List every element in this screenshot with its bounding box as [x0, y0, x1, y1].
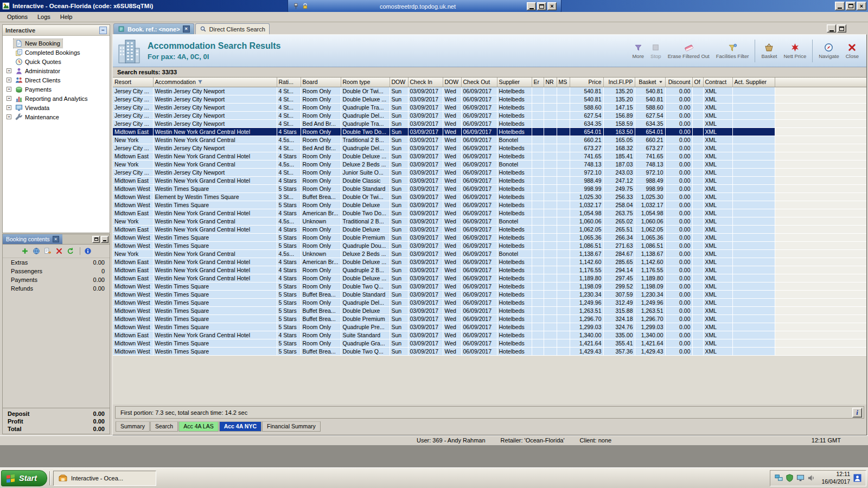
expander-plus-icon[interactable]: + — [7, 114, 11, 119]
expander-plus-icon[interactable]: + — [7, 96, 11, 101]
result-row[interactable]: Midtown WestWestin Times Square5 StarsRo… — [113, 233, 866, 241]
result-row[interactable]: Jersey City ...Westin Jersey City Newpor… — [113, 168, 866, 176]
result-row[interactable]: Midtown EastWestin New York Grand Centra… — [113, 331, 866, 339]
pin-icon[interactable] — [292, 3, 299, 10]
column-act-supplier[interactable]: Act. Supplier — [732, 78, 775, 87]
booking-minimize-button[interactable] — [101, 236, 108, 243]
booking-row-refunds[interactable]: Refunds0.00 — [3, 284, 110, 293]
result-row[interactable]: Midtown WestWestin Times Square5 StarsBu… — [113, 347, 866, 355]
view-tab-acc-4a-nyc[interactable]: Acc 4A NYC — [219, 421, 261, 432]
column-room-type[interactable]: Room type — [341, 78, 390, 87]
view-tab-summary[interactable]: Summary — [116, 421, 150, 432]
sidebar-item-reporting-and-analytics[interactable]: +Reporting and Analytics — [3, 94, 110, 103]
column-supplier[interactable]: Supplier — [497, 78, 532, 87]
result-row[interactable]: Jersey City ...Westin Jersey City Newpor… — [113, 87, 866, 95]
expander-plus-icon[interactable]: + — [7, 87, 11, 92]
stop-button[interactable]: Stop — [647, 41, 665, 61]
result-row[interactable]: Midtown WestWestin Times Square5 StarsBu… — [113, 290, 866, 298]
navigate-button[interactable]: Navigate — [815, 41, 843, 61]
view-tab-search[interactable]: Search — [150, 421, 178, 432]
basket-button[interactable]: Basket — [758, 41, 780, 61]
taskbar-clock[interactable]: 12:11 16/04/2017 — [821, 471, 850, 485]
column-check-in[interactable]: Check In — [408, 78, 443, 87]
rdp-close-button[interactable]: × — [547, 2, 557, 10]
close-button[interactable]: Close — [843, 41, 862, 61]
mdi-minimize-button[interactable] — [827, 24, 836, 33]
view-tab-financial-summary[interactable]: Financial Summary — [262, 421, 321, 432]
menu-help[interactable]: Help — [55, 12, 78, 21]
nett-price-button[interactable]: Nett Price — [780, 41, 809, 61]
view-tab-acc-4a-las[interactable]: Acc 4A LAS — [178, 421, 218, 432]
sidebar-item-viewdata[interactable]: +Viewdata — [3, 103, 110, 112]
result-row[interactable]: Midtown WestWestin Times Square5 StarsRo… — [113, 184, 866, 192]
result-row[interactable]: New YorkWestin New York Grand Central4.5… — [113, 249, 866, 258]
facilities-filter-button[interactable]: Facilities Filter — [713, 41, 752, 61]
column-of[interactable]: Of — [692, 78, 703, 87]
booking-row-payments[interactable]: Payments0.00 — [3, 275, 110, 284]
sidebar-item-direct-clients[interactable]: +Direct Clients — [3, 75, 110, 85]
expander-plus-icon[interactable]: + — [7, 105, 11, 110]
refresh-button[interactable] — [67, 247, 74, 255]
sidebar-item-payments[interactable]: +Payments — [3, 85, 110, 94]
result-row[interactable]: Jersey City ...Westin Jersey City Newpor… — [113, 95, 866, 103]
result-row[interactable]: Jersey City ...Westin Jersey City Newpor… — [113, 103, 866, 111]
result-row[interactable]: Midtown EastWestin New York Grand Centra… — [113, 274, 866, 282]
booking-restore-button[interactable] — [92, 236, 100, 243]
display-icon[interactable] — [796, 474, 805, 482]
booking-row-extras[interactable]: Extras0.00 — [3, 258, 110, 267]
sidebar-item-administrator[interactable]: +Administrator — [3, 66, 110, 75]
info-button[interactable] — [80, 247, 92, 255]
result-row[interactable]: Jersey City ...Westin Jersey City Newpor… — [113, 144, 866, 152]
result-row[interactable]: Jersey City ...Westin Jersey City Newpor… — [113, 111, 866, 119]
result-row[interactable]: New YorkWestin New York Grand Central4.5… — [113, 217, 866, 225]
collapse-panel-button[interactable]: − — [99, 27, 107, 34]
column-dow[interactable]: DOW — [390, 78, 408, 87]
column-dow[interactable]: DOW — [443, 78, 461, 87]
start-button[interactable]: Start — [1, 470, 47, 486]
column-incl-fl-pp[interactable]: Incl.Fl.PP — [603, 78, 635, 87]
result-row[interactable]: Midtown EastWestin New York Grand Centra… — [113, 258, 866, 266]
info-panel-button[interactable]: i — [852, 408, 862, 418]
result-row[interactable]: Midtown WestWestin Times Square5 StarsRo… — [113, 241, 866, 249]
result-row[interactable]: Midtown EastWestin New York Grand Centra… — [113, 152, 866, 160]
column-er[interactable]: Er — [532, 78, 544, 87]
menu-logs[interactable]: Logs — [33, 12, 55, 21]
column-rati[interactable]: Rati... — [277, 78, 301, 87]
result-row[interactable]: Jersey City ...Westin Jersey City Newpor… — [113, 119, 866, 127]
result-row[interactable]: Midtown EastWestin New York Grand Centra… — [113, 225, 866, 233]
mdi-restore-button[interactable] — [837, 24, 846, 33]
result-row[interactable]: Midtown WestElement by Westin Times Squa… — [113, 192, 866, 201]
expander-plus-icon[interactable]: + — [7, 68, 11, 73]
column-price[interactable]: Price — [570, 78, 603, 87]
web-button[interactable] — [33, 247, 40, 255]
taskbar-task-button[interactable]: Interactive - Ocea... — [53, 471, 156, 486]
sidebar-item-completed-bookings[interactable]: Completed Bookings — [3, 48, 110, 57]
result-row[interactable]: Midtown WestWestin Times Square5 StarsRo… — [113, 323, 866, 331]
minimize-button[interactable] — [835, 2, 845, 10]
column-ms[interactable]: MS — [557, 78, 570, 87]
column-board[interactable]: Board — [301, 78, 341, 87]
column-discount[interactable]: Discount — [665, 78, 692, 87]
tab-book-ref-none[interactable]: Book. ref.: <none>× — [113, 23, 194, 34]
more-button[interactable]: More — [629, 41, 647, 61]
rdp-restore-button[interactable] — [537, 2, 546, 10]
maximize-button[interactable] — [846, 2, 856, 10]
sidebar-item-new-booking[interactable]: New Booking — [3, 38, 110, 48]
result-row[interactable]: Midtown WestWestin Times Square5 StarsBu… — [113, 314, 866, 323]
column-check-out[interactable]: Check Out — [461, 78, 497, 87]
result-row[interactable]: Midtown EastWestin New York Grand Centra… — [113, 266, 866, 274]
result-row[interactable]: Midtown WestWestin Times Square5 StarsBu… — [113, 306, 866, 314]
result-row[interactable]: Midtown EastWestin New York Grand Centra… — [113, 176, 866, 184]
result-row[interactable]: Midtown WestWestin Times Square5 StarsRo… — [113, 298, 866, 306]
network-icon[interactable] — [775, 474, 783, 482]
column-nr[interactable]: NR — [544, 78, 557, 87]
export-button[interactable] — [44, 247, 52, 255]
booking-contents-tab[interactable]: Booking contents × — [3, 234, 62, 244]
sidebar-item-quick-quotes[interactable]: Quick Quotes — [3, 57, 110, 66]
close-button[interactable]: × — [857, 2, 866, 10]
result-row[interactable]: Midtown EastWestin New York Grand Centra… — [113, 209, 866, 217]
user-session-icon[interactable] — [853, 474, 861, 482]
delete-button[interactable] — [55, 247, 63, 255]
column-resort[interactable]: Resort — [113, 78, 153, 87]
volume-icon[interactable] — [807, 474, 815, 482]
